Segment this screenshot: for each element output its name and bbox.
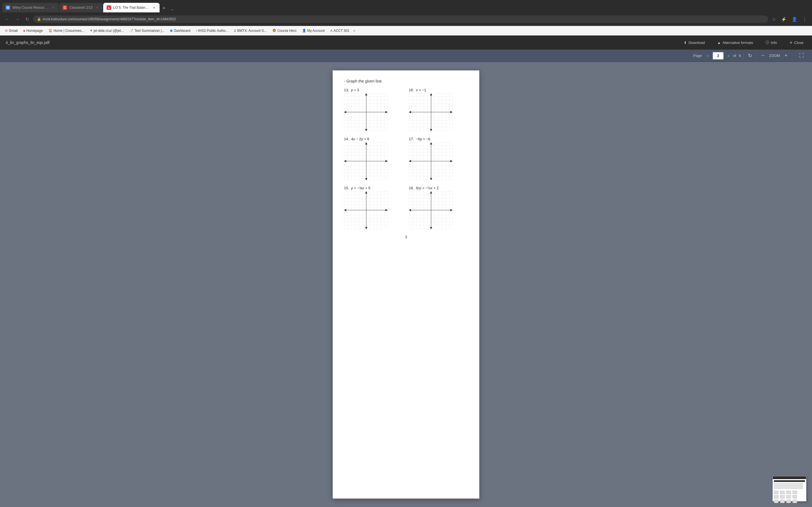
- bookmark-summarizer[interactable]: 📝 Text Summarizer |...: [128, 28, 166, 33]
- bookmark-gmail[interactable]: M Gmail: [3, 28, 19, 33]
- problem-14-label: 14. 4x − 2y = 6: [344, 137, 403, 141]
- zoom-controls: − ZOOM +: [759, 52, 790, 60]
- tab-favicon-classwork: C: [63, 5, 67, 10]
- tab-lo5[interactable]: L LO 5: The Trial Balance | Finan... ✕: [103, 3, 160, 12]
- address-bar[interactable]: 🔒 lrccd.instructure.com/courses/195058/a…: [33, 15, 768, 23]
- tab-favicon-wiley: W: [6, 5, 10, 10]
- thumbnail-body: [773, 479, 806, 504]
- summarizer-icon: 📝: [130, 29, 133, 33]
- zoom-label: ZOOM: [768, 54, 781, 58]
- problem-13-label: 13. y = 3: [344, 88, 403, 92]
- bookmark-cosumnes[interactable]: 🏠 Home | Cosumnes...: [47, 28, 86, 33]
- download-label: Download: [689, 41, 705, 45]
- gmail-icon: M: [5, 29, 8, 33]
- pdf-title: 4_lin_graphs_lin_eqs.pdf: [6, 40, 681, 45]
- homepage-icon: ■: [23, 29, 26, 33]
- close-icon: ✕: [790, 41, 793, 45]
- bookmark-bmtx-label: BMTX: Account S...: [238, 29, 267, 33]
- bookmark-bmtx[interactable]: B BMTX: Account S...: [232, 28, 268, 33]
- close-label: Close: [794, 41, 804, 45]
- thumbnail-header: [773, 476, 806, 479]
- tab-close-classwork[interactable]: ✕: [95, 5, 99, 10]
- bookmark-homepage-label: Homepage: [26, 29, 43, 33]
- page-label: Page: [693, 54, 702, 58]
- info-button[interactable]: ⓘ Info: [763, 38, 780, 47]
- page-navigation: Page ‹ › of 6: [693, 52, 741, 60]
- problem-14: 14. 4x − 2y = 6: [344, 137, 403, 180]
- lock-icon: 🔒: [37, 17, 41, 21]
- tab-classwork[interactable]: C Classwork 2/13 ✕: [59, 3, 103, 12]
- browser-window: W Wiley Course Resources ✕ C Classwork 2…: [0, 0, 812, 507]
- problem-16-label: 16. x = −1: [409, 88, 468, 92]
- bookmark-jet[interactable]: ✈ jet dela cruz (@jet...: [88, 28, 125, 33]
- bookmark-homepage[interactable]: ■ Homepage: [22, 28, 45, 33]
- tab-wiley[interactable]: W Wiley Course Resources ✕: [2, 3, 59, 12]
- bookmark-ihss[interactable]: I IHSS Public Autho...: [194, 28, 230, 33]
- problem-17-label: 17. −6y = −6: [409, 137, 468, 141]
- new-tab-button[interactable]: +: [160, 4, 168, 12]
- download-button[interactable]: ⬇ Download: [681, 39, 708, 47]
- cosumnes-icon: 🏠: [49, 29, 52, 33]
- bookmark-dashboard-label: Dashboard: [174, 29, 190, 33]
- tab-close-lo5[interactable]: ✕: [152, 5, 156, 10]
- rotate-button[interactable]: ↻: [746, 52, 755, 60]
- page-number-display: 3: [344, 235, 468, 239]
- bookmark-star-button[interactable]: ☆: [770, 15, 777, 23]
- page-total: 6: [739, 54, 741, 58]
- page-of-label: of: [733, 54, 736, 58]
- graph-16: [409, 93, 453, 131]
- problem-18-label: 18. f(x) = −½x + 2: [409, 186, 468, 190]
- coursehero-icon: 🦁: [272, 29, 276, 33]
- jet-icon: ✈: [90, 29, 93, 33]
- alt-formats-icon: ▲: [717, 41, 721, 45]
- bookmark-myaccount[interactable]: 👤 My Account: [301, 28, 326, 33]
- menu-button[interactable]: ⋮: [801, 15, 809, 23]
- close-button[interactable]: ✕ Close: [786, 39, 806, 47]
- back-button[interactable]: ←: [3, 15, 11, 23]
- toolbar-separator-3: [792, 52, 792, 59]
- tab-close-wiley[interactable]: ✕: [51, 5, 55, 10]
- pdf-content-area: - Graph the given line. 13. y = 3: [0, 62, 812, 507]
- page-number-input[interactable]: [712, 52, 724, 60]
- bookmark-dashboard[interactable]: ◼ Dashboard: [168, 28, 192, 33]
- problem-16: 16. x = −1: [409, 88, 468, 131]
- zoom-in-button[interactable]: +: [782, 52, 790, 60]
- zoom-out-button[interactable]: −: [759, 52, 767, 60]
- forward-button[interactable]: →: [13, 15, 21, 23]
- bookmarks-overflow[interactable]: »: [353, 29, 355, 33]
- instruction-text: - Graph the given line.: [344, 79, 468, 83]
- prev-page-button[interactable]: ‹: [705, 52, 711, 59]
- bookmark-cosumnes-label: Home | Cosumnes...: [54, 29, 84, 33]
- graph-18: [409, 191, 453, 229]
- bookmark-jet-label: jet dela cruz (@jet...: [94, 29, 124, 33]
- bookmark-acct301[interactable]: A ACCT 301: [329, 28, 351, 33]
- profile-button[interactable]: 👤: [790, 15, 799, 23]
- alt-formats-label: Alternative formats: [723, 41, 753, 45]
- pdf-header-actions: ⬇ Download ▲ Alternative formats ⓘ Info …: [681, 38, 806, 47]
- acct301-icon: A: [331, 29, 333, 33]
- reload-button[interactable]: ↻: [24, 15, 31, 23]
- extensions-button[interactable]: ⚡: [779, 15, 788, 23]
- tab-label-lo5: LO 5: The Trial Balance | Finan...: [113, 6, 149, 10]
- bookmark-coursehero-label: Course Hero: [277, 29, 297, 33]
- pdf-toolbar: Page ‹ › of 6 ↻ − ZOOM + ⛶: [0, 50, 812, 62]
- address-text: lrccd.instructure.com/courses/195058/ass…: [43, 17, 176, 21]
- fullscreen-button[interactable]: ⛶: [797, 52, 806, 60]
- bookmark-summarizer-label: Text Summarizer |...: [135, 29, 164, 33]
- info-icon: ⓘ: [765, 40, 769, 45]
- graph-17: [409, 142, 453, 180]
- tab-favicon-lo5: L: [107, 5, 111, 10]
- graph-15: [344, 191, 388, 229]
- toolbar-separator-1: [743, 52, 744, 59]
- next-page-button[interactable]: ›: [725, 52, 731, 59]
- tab-label-wiley: Wiley Course Resources: [12, 6, 49, 10]
- problem-15-label: 15. y = −¾x + 5: [344, 186, 403, 190]
- tab-more-button[interactable]: ⌄: [168, 6, 176, 12]
- pdf-thumbnail: [772, 476, 806, 501]
- alternative-formats-button[interactable]: ▲ Alternative formats: [714, 39, 756, 47]
- download-icon: ⬇: [684, 41, 687, 45]
- pdf-page: - Graph the given line. 13. y = 3: [333, 70, 479, 499]
- bookmark-coursehero[interactable]: 🦁 Course Hero: [271, 28, 298, 33]
- bookmark-myaccount-label: My Account: [307, 29, 325, 33]
- address-bar-row: ← → ↻ 🔒 lrccd.instructure.com/courses/19…: [0, 12, 812, 26]
